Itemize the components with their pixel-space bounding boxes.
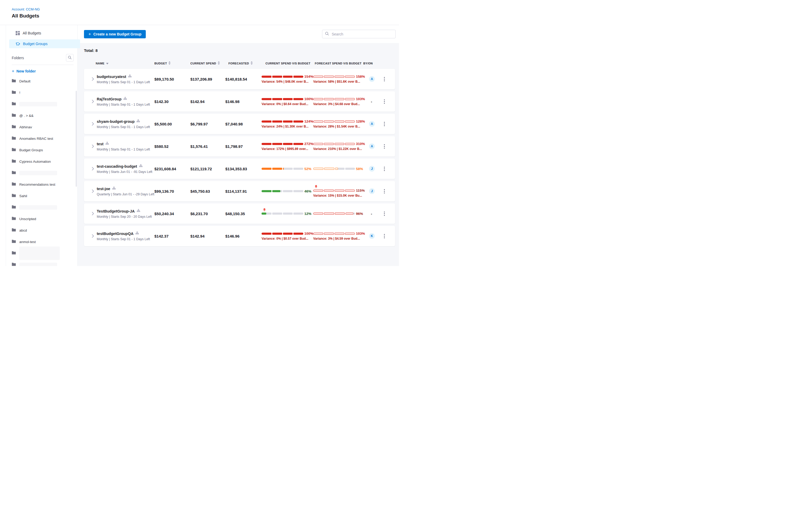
budget-group-name[interactable]: test: [97, 142, 103, 146]
folder-item[interactable]: Sahil: [12, 193, 77, 198]
folder-item[interactable]: Abhinav: [12, 125, 77, 130]
current-spend-bar: [262, 120, 303, 122]
folder-icon: [12, 102, 16, 106]
toolbar: + Create a new Budget Group: [78, 25, 399, 43]
budget-group-name[interactable]: shyam-budget-group: [97, 119, 135, 124]
row-menu-button[interactable]: [383, 143, 386, 150]
current-vs-budget-cell: 52%: [262, 167, 313, 171]
forecasted-value: $140,818.54: [225, 77, 262, 81]
folder-item[interactable]: [12, 251, 77, 256]
folder-item[interactable]: @ . > &&: [12, 113, 77, 118]
budget-period: Quarterly | Starts Jun 01 - -29 Days Lef…: [97, 192, 154, 196]
folder-icon: [12, 182, 16, 187]
budget-period: Monthly | Starts Sep 01 - 1 Days Left: [97, 80, 150, 84]
current-vs-budget-cell: 100%Variance: 0% | $0.64 over Bud...: [262, 97, 313, 106]
budget-group-name[interactable]: budgetsuryatest: [97, 75, 126, 79]
folder-name: Cypress Automation: [19, 159, 51, 164]
row-expand-chevron[interactable]: [92, 234, 94, 238]
forecast-vs-budget-cell: 58%: [313, 167, 367, 171]
spend-percentage-label: 103%: [356, 97, 365, 101]
variance-label: Variance: 172% | $995.89 over...: [262, 147, 313, 151]
spend-percentage-label: 46%: [304, 189, 311, 193]
budget-group-name[interactable]: RajTestGroup: [97, 97, 121, 101]
folder-item[interactable]: anmol-test: [12, 239, 77, 244]
forecast-vs-budget-cell: 103%Variance: 3% | $4.68 over Bud...: [313, 97, 367, 106]
folder-icon: [12, 240, 16, 244]
budget-value: $142.37: [154, 234, 190, 239]
spend-percentage-label: 115%: [356, 189, 365, 192]
row-expand-chevron[interactable]: [92, 145, 94, 148]
spend-percentage-label: 12%: [304, 212, 311, 216]
sidebar-item-label: Budget Groups: [23, 42, 48, 46]
variance-label: Variance: 28% | $1.54K over B...: [313, 125, 367, 128]
table-row: RajTestGroup Monthly | Starts Sep 01 - 1…: [84, 91, 395, 112]
current-spend-value: $142.94: [190, 234, 225, 239]
folders-search-button[interactable]: [66, 54, 74, 61]
folder-item[interactable]: Recommendations test: [12, 182, 77, 187]
row-expand-chevron[interactable]: [92, 212, 94, 215]
folder-icon: [12, 136, 16, 140]
folder-item[interactable]: [12, 262, 77, 266]
folder-name: Sahil: [19, 194, 27, 198]
sidebar-item-all-budgets[interactable]: All Budgets: [9, 29, 80, 38]
folder-item[interactable]: Anomalies RBAC test: [12, 136, 77, 141]
budget-value: $99,136.70: [154, 189, 190, 193]
sidebar-item-budget-groups[interactable]: Budget Groups: [9, 39, 80, 48]
folder-item[interactable]: [12, 170, 77, 175]
hierarchy-icon: [124, 97, 127, 101]
piggy-bank-icon: [16, 42, 20, 46]
row-expand-chevron[interactable]: [92, 189, 94, 193]
row-menu-button[interactable]: [383, 166, 386, 172]
search-input[interactable]: [331, 32, 393, 37]
row-expand-chevron[interactable]: [92, 122, 94, 126]
folder-item[interactable]: Default: [12, 78, 77, 84]
create-budget-group-button[interactable]: + Create a new Budget Group: [84, 30, 146, 38]
forecast-vs-budget-cell: 103%Variance: 3% | $4.59 over Bud...: [313, 232, 367, 241]
variance-label: Variance: 3% | $4.68 over Bud...: [313, 102, 367, 106]
current-spend-bar: [262, 143, 303, 145]
avatar: A: [369, 144, 375, 149]
new-folder-button[interactable]: + New folder: [12, 69, 77, 73]
budget-group-name[interactable]: test-cascading-budget: [97, 164, 137, 169]
row-menu-button[interactable]: [383, 233, 386, 240]
table-row: testBudgetGroupQA Monthly | Starts Sep 0…: [84, 226, 395, 246]
row-menu-button[interactable]: [383, 188, 386, 194]
sidebar: All Budgets Budget Groups: [0, 25, 78, 266]
alert-bell-icon: [313, 185, 367, 189]
column-header-budget[interactable]: BUDGET: [154, 61, 190, 65]
budget-value: $142.30: [154, 99, 190, 104]
column-header-forecasted[interactable]: FORECASTED: [225, 61, 262, 65]
current-spend-value: $6,799.97: [190, 122, 225, 126]
budgets-page: Account: CCM-NG All Budgets All Budgets: [0, 0, 399, 266]
current-spend-bar: [262, 233, 303, 235]
folder-item[interactable]: abcd: [12, 228, 77, 233]
folder-name: @ . > &&: [19, 114, 34, 118]
current-spend-value: $1,576.41: [190, 144, 225, 149]
row-menu-button[interactable]: [383, 210, 386, 217]
column-header-current-spend[interactable]: CURRENT SPEND: [190, 61, 225, 65]
folder-item[interactable]: Unscripted: [12, 216, 77, 222]
row-menu-button[interactable]: [383, 76, 386, 82]
row-expand-chevron[interactable]: [92, 77, 94, 81]
folder-item[interactable]: Cypress Automation: [12, 159, 77, 164]
budget-group-name[interactable]: testBudgetGroupQA: [97, 232, 134, 236]
search-icon: [68, 56, 72, 60]
folder-item[interactable]: [12, 205, 77, 210]
budget-value: $580.52: [154, 144, 190, 149]
current-vs-budget-cell: 272%Variance: 172% | $995.89 over...: [262, 142, 313, 151]
row-expand-chevron[interactable]: [92, 100, 94, 103]
row-menu-button[interactable]: [383, 121, 386, 127]
sidebar-scrollbar[interactable]: [76, 91, 77, 187]
column-header-name[interactable]: NAME: [84, 62, 154, 65]
folder-item[interactable]: [12, 101, 77, 107]
folder-item[interactable]: Budget Groups: [12, 147, 77, 153]
by-on-cell: J: [367, 188, 382, 194]
budget-group-name[interactable]: TestBudgetGroup-JA: [97, 209, 135, 213]
folder-item[interactable]: !: [12, 90, 77, 95]
row-expand-chevron[interactable]: [92, 167, 94, 171]
budget-group-name[interactable]: test-joe: [97, 187, 110, 191]
account-breadcrumb-link[interactable]: Account: CCM-NG: [12, 7, 40, 11]
row-menu-button[interactable]: [383, 98, 386, 105]
forecasted-value: $134,353.83: [225, 167, 262, 171]
page-title: All Budgets: [12, 13, 399, 19]
